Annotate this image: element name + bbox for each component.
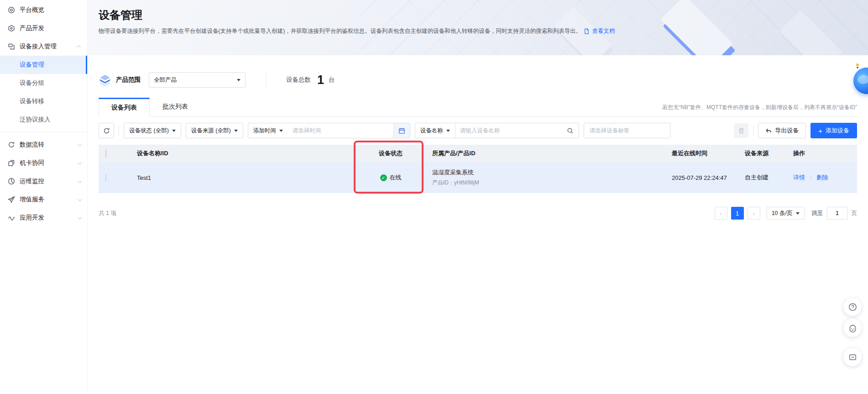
refresh-icon xyxy=(103,127,110,134)
table-header-row: 设备名称/ID 设备状态 所属产品/产品ID 最近在线时间 设备来源 操作 xyxy=(99,145,857,162)
add-time-label: 添加时间 xyxy=(253,127,276,135)
export-devices-button[interactable]: 导出设备 xyxy=(758,123,806,138)
page-description: 物理设备要连接到平台，需要先在平台创建设备(支持单个或批量导入创建)，并获取连接… xyxy=(99,27,581,35)
device-source-filter[interactable]: 设备来源 (全部) xyxy=(186,123,243,138)
data-flow-icon xyxy=(7,141,15,149)
sidebar-item-device-management[interactable]: 设备管理 xyxy=(0,56,87,74)
sidebar-item-device-transfer[interactable]: 设备转移 xyxy=(0,92,87,110)
jump-to-page-input[interactable] xyxy=(827,207,848,220)
sim-collaboration-icon xyxy=(7,159,15,167)
service-robot-icon xyxy=(848,324,857,332)
search-button[interactable] xyxy=(562,123,579,138)
feedback-button[interactable] xyxy=(843,348,862,366)
tab-device-list[interactable]: 设备列表 xyxy=(99,98,150,116)
sidebar-divider xyxy=(0,132,87,132)
device-total-unit: 台 xyxy=(329,76,335,84)
device-name-dropdown[interactable]: 设备名称 xyxy=(415,123,455,138)
sidebar-item-device-groups[interactable]: 设备分组 xyxy=(0,74,87,92)
filter-divider xyxy=(119,126,119,135)
sidebar-subitem-label: 设备转移 xyxy=(20,97,44,105)
jump-to-label: 跳至 xyxy=(812,210,823,217)
select-all-checkbox[interactable] xyxy=(105,150,106,158)
notice-text: 若您无“NB”套件、MQTT套件的存量设备，则新增设备后，列表不再展示“设备ID… xyxy=(662,104,857,111)
column-header-product: 所属产品/产品ID xyxy=(425,149,664,158)
page-size-select[interactable]: 10 条/页 xyxy=(767,207,805,220)
customer-service-button[interactable] xyxy=(843,319,862,337)
caret-down-icon xyxy=(279,130,283,134)
caret-down-icon xyxy=(234,130,238,134)
sidebar-subitem-label: 泛协议接入 xyxy=(20,116,51,124)
online-status-icon: ✓ xyxy=(380,174,387,181)
detail-link[interactable]: 详情 xyxy=(793,174,805,181)
time-range-input[interactable] xyxy=(288,123,393,138)
product-cell: 温湿度采集系统 产品ID：yHtNI9iijM xyxy=(425,168,664,187)
product-scope-row: 产品范围 全部产品 设备总数 1 台 xyxy=(99,71,857,89)
device-status-filter[interactable]: 设备状态 (全部) xyxy=(124,123,181,138)
table-row: Test1 ✓ 在线 温湿度采集系统 产品ID：yHtNI9iijM 2025-… xyxy=(99,162,857,193)
search-icon xyxy=(567,127,574,134)
device-access-icon xyxy=(7,43,15,51)
page-1-button[interactable]: 1 xyxy=(731,207,744,220)
chevron-down-icon xyxy=(78,215,82,220)
sidebar-item-app-development[interactable]: 应用开发 xyxy=(0,209,87,227)
product-scope-value: 全部产品 xyxy=(154,76,177,84)
help-button[interactable] xyxy=(843,298,862,316)
tab-label: 批次列表 xyxy=(162,103,188,111)
sidebar-item-value-added-service[interactable]: 增值服务 xyxy=(0,190,87,209)
prev-page-button[interactable]: ‹ xyxy=(715,207,727,220)
product-id: 产品ID：yHtNI9iijM xyxy=(432,179,664,187)
sidebar-item-pan-protocol-access[interactable]: 泛协议接入 xyxy=(0,110,87,129)
add-time-dropdown[interactable]: 添加时间 xyxy=(248,123,288,138)
last-online-cell: 2025-07-29 22:24:47 xyxy=(664,174,737,181)
product-scope-select[interactable]: 全部产品 xyxy=(149,72,246,88)
add-time-filter: 添加时间 xyxy=(248,123,410,138)
row-checkbox[interactable] xyxy=(105,174,106,182)
sidebar-item-sim-collaboration[interactable]: 机卡协同 xyxy=(0,154,87,172)
refresh-button[interactable] xyxy=(99,123,114,138)
device-tag-input[interactable] xyxy=(584,123,670,138)
tab-bar: 设备列表 批次列表 若您无“NB”套件、MQTT套件的存量设备，则新增设备后，列… xyxy=(99,97,857,116)
calendar-button[interactable] xyxy=(393,123,410,138)
add-device-button[interactable]: + 添加设备 xyxy=(810,123,857,138)
device-name-label: 设备名称 xyxy=(420,127,443,135)
sidebar-item-product-development[interactable]: 产品开发 xyxy=(0,19,87,37)
tab-batch-list[interactable]: 批次列表 xyxy=(150,97,201,116)
device-status-cell: ✓ 在线 xyxy=(356,173,425,182)
device-table: 设备名称/ID 设备状态 所属产品/产品ID 最近在线时间 设备来源 操作 Te… xyxy=(99,145,857,193)
jump-unit-label: 页 xyxy=(852,210,858,217)
trash-icon xyxy=(738,127,745,134)
device-name-cell[interactable]: Test1 xyxy=(131,174,356,181)
sidebar-item-platform-overview[interactable]: 平台概览 xyxy=(0,1,87,19)
sidebar-item-label: 产品开发 xyxy=(20,24,44,32)
platform-overview-icon xyxy=(7,6,15,14)
column-header-name: 设备名称/ID xyxy=(131,149,356,158)
delete-link[interactable]: 删除 xyxy=(816,174,828,181)
sidebar-item-device-access[interactable]: 设备接入管理 xyxy=(0,37,87,56)
product-development-icon xyxy=(7,25,15,32)
column-header-source: 设备来源 xyxy=(737,149,786,158)
delete-selected-button[interactable] xyxy=(734,123,748,138)
filter-bar: 设备状态 (全部) 设备来源 (全部) 添加时间 xyxy=(99,123,857,138)
device-status-filter-label: 设备状态 (全部) xyxy=(129,127,169,135)
caret-down-icon xyxy=(237,79,241,83)
product-scope-label: 产品范围 xyxy=(116,76,141,84)
view-docs-link[interactable]: 查看文档 xyxy=(592,27,615,35)
page-title: 设备管理 xyxy=(99,8,857,22)
sidebar-item-ops-monitor[interactable]: 运维监控 xyxy=(0,172,87,190)
sidebar-item-data-flow[interactable]: 数据流转 xyxy=(0,136,87,154)
filter-divider xyxy=(753,126,753,135)
chevron-up-icon xyxy=(76,45,81,49)
next-page-button[interactable]: › xyxy=(748,207,760,220)
sidebar-item-label: 数据流转 xyxy=(20,141,44,149)
column-header-actions: 操作 xyxy=(786,149,857,158)
device-name-input[interactable] xyxy=(455,123,562,138)
export-devices-label: 导出设备 xyxy=(775,126,799,135)
sidebar-item-label: 设备接入管理 xyxy=(20,42,57,51)
add-device-label: 添加设备 xyxy=(826,126,849,135)
device-name-search: 设备名称 xyxy=(415,123,579,138)
sidebar-subitem-label: 设备分组 xyxy=(20,79,44,87)
calendar-icon xyxy=(398,127,405,134)
app-window: 平台概览 产品开发 设备接入管理 设备管理 设备分组 设备转移 泛协议接入 数据… xyxy=(0,0,868,394)
chevron-down-icon xyxy=(78,160,82,165)
sidebar: 平台概览 产品开发 设备接入管理 设备管理 设备分组 设备转移 泛协议接入 数据… xyxy=(0,0,88,394)
